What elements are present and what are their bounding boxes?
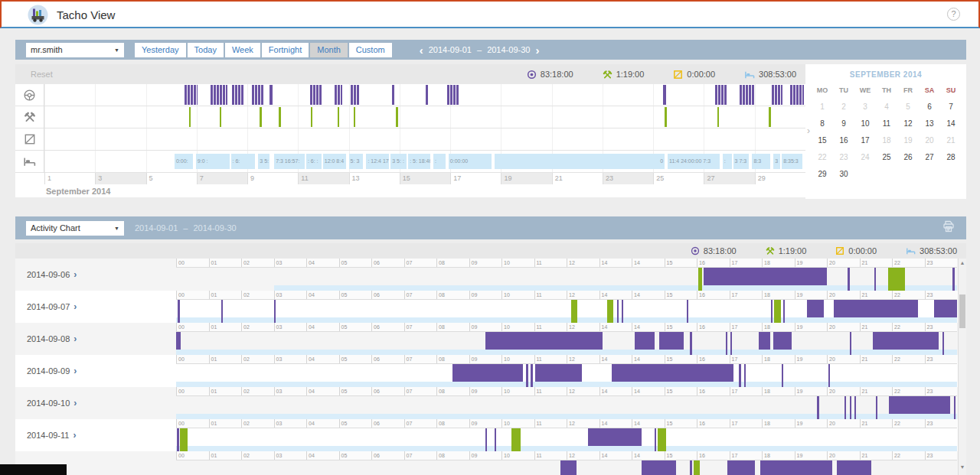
calendar-day[interactable]: 15: [812, 132, 833, 149]
calendar-day[interactable]: 2: [833, 99, 854, 115]
hour-tick: 18: [762, 387, 795, 395]
hour-tick: 23: [925, 355, 958, 363]
calendar-day[interactable]: 1: [812, 99, 833, 115]
month-axis-tick: 29: [755, 173, 805, 184]
activity-row: 2014-09-08›00010203040506070809101112141…: [15, 323, 959, 355]
calendar-day[interactable]: 28: [940, 149, 962, 166]
activity-row-label[interactable]: 2014-09-11›: [15, 419, 176, 451]
calendar-day[interactable]: 23: [833, 149, 854, 166]
drive-activity-bar: [663, 85, 666, 105]
calendar-day[interactable]: 5: [897, 99, 919, 115]
next-range-icon[interactable]: ›: [535, 46, 539, 54]
month-axis-label: September 2014: [46, 187, 110, 196]
expand-row-icon[interactable]: ›: [74, 269, 77, 280]
hour-tick: 07: [404, 387, 437, 395]
range-button-fortnight[interactable]: Fortnight: [262, 43, 309, 57]
hour-tick: 02: [241, 451, 274, 460]
print-button[interactable]: [942, 220, 956, 236]
work-icon: [603, 70, 612, 80]
month-axis-tick: 9: [247, 173, 298, 184]
calendar-day[interactable]: 30: [833, 166, 854, 183]
activity-row-label[interactable]: 2014-09-07›: [15, 291, 176, 323]
calendar-day[interactable]: 19: [897, 132, 919, 149]
rest-activity-segment: : 6:: [231, 154, 256, 169]
calendar-day[interactable]: 4: [876, 99, 897, 115]
rest-strip: [176, 382, 957, 387]
calendar-day[interactable]: 3: [854, 99, 876, 115]
calendar-day[interactable]: 14: [940, 115, 962, 132]
activity-row-label[interactable]: 2014-09-09›: [15, 355, 176, 387]
rest-activity-segment: 0:00:: [175, 154, 193, 169]
calendar-day[interactable]: 9: [833, 115, 854, 132]
expand-row-icon[interactable]: ›: [74, 398, 77, 408]
calendar-day[interactable]: 13: [919, 115, 940, 132]
hour-tick: 12: [567, 387, 599, 395]
calendar-day[interactable]: 22: [812, 149, 833, 166]
help-button[interactable]: ?: [947, 8, 960, 21]
calendar-day[interactable]: 16: [833, 132, 854, 149]
work-activity-bar: [189, 107, 191, 127]
calendar-day[interactable]: 26: [897, 149, 919, 166]
range-button-custom[interactable]: Custom: [349, 43, 392, 57]
calendar-day[interactable]: 12: [897, 115, 919, 132]
view-select[interactable]: Activity Chart ▼: [26, 221, 124, 236]
reset-button[interactable]: Reset: [31, 70, 53, 79]
calendar-day[interactable]: 25: [876, 149, 897, 166]
hour-tick: 20: [827, 451, 860, 460]
hour-tick: 17: [730, 323, 763, 331]
rest-activity-segment: :: [723, 154, 732, 169]
calendar-day[interactable]: 20: [919, 132, 940, 149]
expand-row-icon[interactable]: ›: [73, 430, 76, 441]
calendar-day[interactable]: 11: [876, 115, 897, 132]
activity-row-label[interactable]: 2014-09-10›: [15, 387, 176, 419]
activity-row-label[interactable]: 2014-09-06›: [15, 259, 176, 291]
hour-tick: 21: [860, 387, 893, 395]
scrollbar-thumb[interactable]: [959, 294, 965, 328]
calendar-day[interactable]: 10: [854, 115, 876, 132]
drive-segment: [773, 332, 791, 350]
calendar-day[interactable]: 27: [919, 149, 940, 166]
hour-tick: 15: [665, 355, 697, 363]
drive-segment: [844, 396, 846, 419]
calendar-day[interactable]: 17: [854, 132, 876, 149]
hour-tick: 14: [599, 291, 632, 299]
calendar-week-row: 891011121314: [812, 115, 966, 132]
calendar-day[interactable]: 29: [812, 166, 833, 183]
hour-tick: 11: [534, 355, 567, 363]
rest-strip: [176, 414, 957, 419]
work-activity-bar: [220, 107, 221, 127]
activity-row-label[interactable]: 2014-09-08›: [15, 323, 176, 355]
calendar-day[interactable]: 21: [940, 132, 962, 149]
calendar-day[interactable]: 8: [812, 115, 833, 132]
calendar-day[interactable]: 6: [919, 99, 940, 115]
range-button-today[interactable]: Today: [188, 43, 224, 57]
drive-segment: [642, 460, 676, 475]
activity-row-plot: 0001020304050607080910111214141516171819…: [176, 291, 957, 323]
scroll-down-icon[interactable]: ▼: [959, 464, 966, 473]
calendar-day[interactable]: 24: [854, 149, 876, 166]
range-button-yesterday[interactable]: Yesterday: [135, 43, 186, 57]
calendar-day[interactable]: 18: [876, 132, 897, 149]
hour-tick: 08: [436, 259, 469, 267]
vertical-scrollbar[interactable]: ▲ ▼: [958, 259, 966, 475]
drive-segment: [704, 268, 827, 285]
activity-row: 0001020304050607080910111214141516171819…: [15, 451, 959, 475]
scroll-up-icon[interactable]: ▲: [959, 260, 966, 269]
range-button-month[interactable]: Month: [310, 43, 348, 57]
prev-range-icon[interactable]: ‹: [420, 46, 423, 54]
drive-segment: [526, 364, 528, 387]
drive-segment: [560, 460, 577, 475]
calendar-day[interactable]: 7: [940, 99, 962, 115]
calendar-collapse-icon[interactable]: ›: [807, 125, 810, 136]
work-activity-bar: [769, 107, 770, 127]
hour-tick: 03: [274, 291, 307, 299]
work-activity-bar: [665, 107, 666, 127]
hour-ruler: 0001020304050607080910111214141516171819…: [176, 387, 957, 396]
month-axis-tick: 27: [704, 173, 754, 184]
expand-row-icon[interactable]: ›: [74, 366, 77, 376]
driver-select[interactable]: mr.smith ▼: [26, 43, 124, 57]
rest-activity-segment: 3 5:: [258, 154, 270, 169]
expand-row-icon[interactable]: ›: [74, 301, 77, 312]
range-button-week[interactable]: Week: [225, 43, 260, 57]
expand-row-icon[interactable]: ›: [74, 333, 77, 344]
